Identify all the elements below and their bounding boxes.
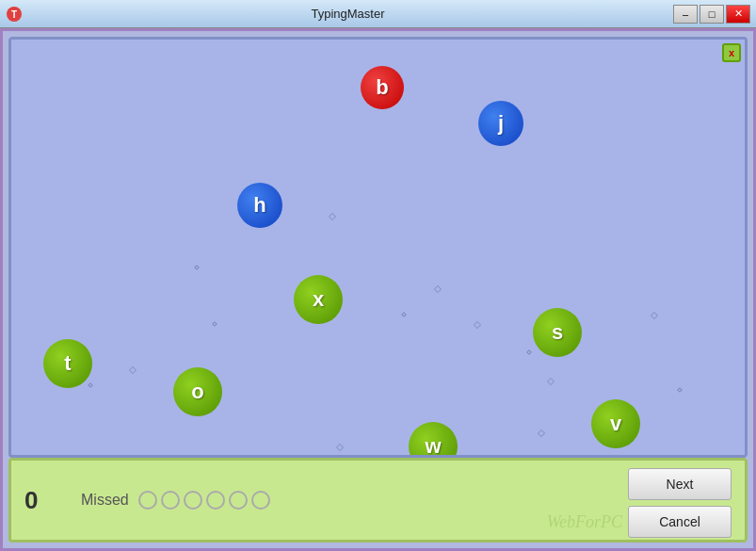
svg-text:T: T bbox=[11, 9, 17, 20]
dot bbox=[474, 321, 481, 329]
title-bar-controls: – □ ✕ bbox=[673, 5, 750, 24]
missed-circle-3 bbox=[206, 491, 225, 510]
dot bbox=[194, 265, 200, 270]
next-button[interactable]: Next bbox=[628, 468, 732, 500]
button-group: Next Cancel bbox=[628, 468, 732, 538]
dot bbox=[129, 366, 137, 374]
bubble-j[interactable]: j bbox=[478, 101, 523, 146]
dot bbox=[651, 312, 658, 319]
dot bbox=[538, 429, 545, 437]
title-bar: T TypingMaster – □ ✕ bbox=[0, 0, 756, 28]
dot bbox=[547, 378, 555, 385]
bubble-v[interactable]: v bbox=[591, 399, 640, 448]
title-bar-left: T bbox=[6, 6, 23, 23]
cancel-button[interactable]: Cancel bbox=[628, 506, 732, 538]
missed-circles bbox=[138, 491, 270, 510]
bubble-h[interactable]: h bbox=[237, 183, 282, 228]
dot bbox=[434, 285, 442, 293]
dot bbox=[212, 321, 217, 327]
score-display: 0 bbox=[24, 486, 62, 515]
window-close-button[interactable]: ✕ bbox=[726, 5, 750, 24]
bubble-b[interactable]: b bbox=[361, 66, 404, 109]
dot bbox=[329, 213, 336, 220]
dot bbox=[88, 382, 93, 388]
missed-circle-2 bbox=[184, 491, 202, 510]
missed-label: Missed bbox=[81, 492, 129, 509]
bubble-x[interactable]: x bbox=[294, 275, 343, 324]
dot bbox=[526, 349, 532, 355]
app-title: TypingMaster bbox=[23, 7, 673, 21]
maximize-button[interactable]: □ bbox=[700, 5, 724, 24]
missed-circle-0 bbox=[138, 491, 157, 510]
missed-circle-1 bbox=[161, 491, 180, 510]
missed-circle-4 bbox=[229, 491, 248, 510]
bubble-o[interactable]: o bbox=[173, 367, 222, 416]
game-area: x bjhxstovw bbox=[8, 37, 748, 458]
watermark: WebForPC bbox=[547, 512, 622, 532]
dot bbox=[401, 312, 407, 317]
missed-circle-5 bbox=[251, 491, 270, 510]
app-icon: T bbox=[6, 6, 23, 23]
dot bbox=[336, 444, 344, 451]
bottom-bar: 0 Missed Next Cancel WebForPC bbox=[8, 458, 748, 543]
bubble-s[interactable]: s bbox=[533, 308, 582, 357]
bubble-w[interactable]: w bbox=[409, 422, 458, 458]
bubble-t[interactable]: t bbox=[43, 339, 92, 388]
minimize-button[interactable]: – bbox=[673, 5, 698, 24]
dot bbox=[677, 387, 683, 393]
game-close-button[interactable]: x bbox=[722, 43, 741, 62]
main-window: x bjhxstovw 0 Missed Next Cancel WebForP… bbox=[0, 28, 756, 551]
